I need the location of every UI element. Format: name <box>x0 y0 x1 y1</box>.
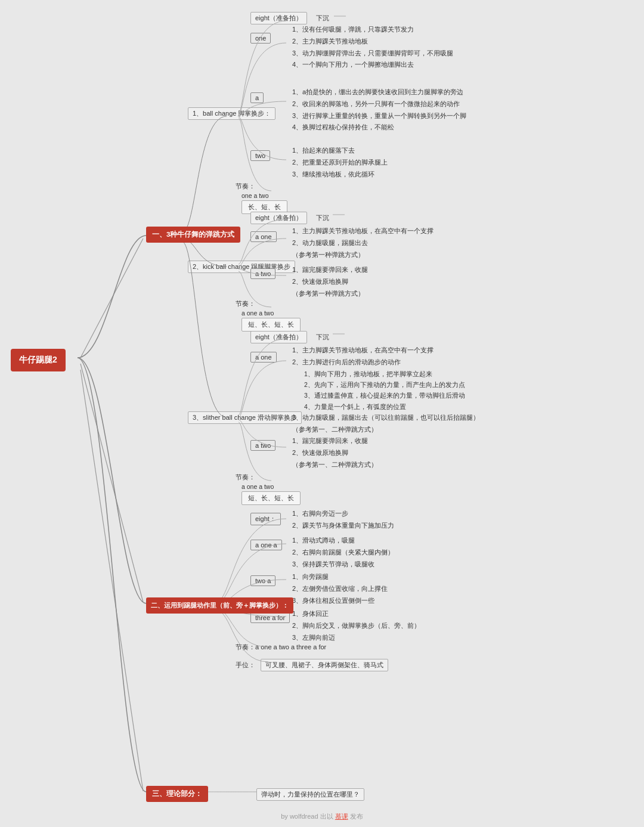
sub2-eight-box: eight（准备拍） <box>250 212 307 224</box>
sub3-rhythm-sub: a one a two <box>242 483 301 490</box>
sub3-sub-bullets: 1、脚向下用力，推动地板，把半脚掌立起来 2、先向下，运用向下推动的力量，而产生… <box>304 368 479 413</box>
b2-three-a-for-label: three a for <box>250 612 290 623</box>
b2-three-a-for-label-area: three a for <box>250 612 290 623</box>
sub1-one-item-4: 4、一个脚向下用力，一个脚擦地绷脚出去 <box>292 59 453 71</box>
sub3-a-two-item-2: 2、快速做原地换脚 <box>292 447 377 459</box>
sub1-two-label-area: two <box>250 150 270 161</box>
b2-three-a-for-item-2: 2、脚向后交叉，做脚掌换步（后、旁、前） <box>292 620 420 632</box>
sub3-a-two-label-area: a two <box>250 440 275 451</box>
sub2-a-two-items: 1、踹完腿要弹回来，收腿 2、快速做原地换脚 （参考第一种弹跳方式） <box>292 264 368 299</box>
sub3-eight-area: eight（准备拍） 下沉 <box>250 331 329 343</box>
sub1-two-item-2: 2、把重量还原到开始的脚承腿上 <box>292 157 388 169</box>
sub3-a-two-items: 1、踹完腿要弹回来，收腿 2、快速做原地换脚 （参考第一、二种弹跳方式） <box>292 435 377 470</box>
sub2-rhythm-label: 节奏： <box>236 300 255 307</box>
sub2-eight-area: eight（准备拍） 下沉 <box>250 212 329 224</box>
sub3-rhythm-detail: a one a two 短、长、短、长 <box>242 483 301 505</box>
root-node: 牛仔踢腿2 <box>11 349 66 371</box>
branch3-content: 弹动时，力量保持的位置在哪里？ <box>256 788 364 801</box>
footer-suffix: 发布 <box>348 813 363 820</box>
sub3-a-one-item1: 1、主力脚踝关节推动地板，在高空中有一个支撑 <box>292 345 479 357</box>
sub1-a-item-3: 3、进行脚掌上重量的转换，重量从一个脚转换到另外一个脚 <box>292 110 466 122</box>
sub1-one-label: one <box>250 33 271 44</box>
sub3-sub-b1: 1、脚向下用力，推动地板，把半脚掌立起来 <box>304 368 479 379</box>
b2-a-one-a-item-3: 3、保持踝关节弹动，吸腿收 <box>292 559 394 571</box>
sub3-box: 3、slither ball change 滑动脚掌换步 <box>188 411 302 424</box>
b2-eight-label: eight： <box>250 513 281 525</box>
sub3-a-one-item4: （参考第一、二种弹跳方式） <box>292 424 479 436</box>
sub2-a-two-label: a two <box>250 268 275 279</box>
sub2-rhythm-area: 节奏： a one a two 短、长、短、长 <box>236 299 301 332</box>
sub3-rhythm-val: 短、长、短、长 <box>242 491 301 505</box>
sub2-box: 2、kick ball change 踢腿脚掌换步 <box>188 261 295 273</box>
b2-eight-item-1: 1、右脚向旁迈一步 <box>292 508 394 520</box>
sub3-sub-b2: 2、先向下，运用向下推动的力量，而产生向上的发力点 <box>304 379 479 390</box>
footer-link[interactable]: 慕课 <box>335 813 348 820</box>
sub2-eight-sub: 下沉 <box>316 214 329 221</box>
b2-hands-area: 手位： 可叉腰、甩裙子、身体两侧架住、骑马式 <box>236 659 388 671</box>
sub2-a-one-item-1: 1、主力脚踝关节推动地板，在高空中有一个支撑 <box>292 225 434 237</box>
b2-a-one-a-label: a one a <box>250 540 282 550</box>
b2-eight-area: eight： <box>250 513 281 525</box>
sub1-two-item-3: 3、继续推动地板，依此循环 <box>292 169 388 181</box>
sub3-a-one-item3: 3、动力腿吸腿，踹腿出去（可以往前踹腿，也可以往后抬踹腿） <box>292 412 479 424</box>
sub1-eight-box: eight（准备拍） <box>250 12 307 24</box>
sub1-rhythm-detail: one a two 长、短、长 <box>242 192 287 214</box>
b2-eight-items: 1、右脚向旁迈一步 2、踝关节与身体重量向下施加压力 <box>292 508 394 532</box>
b2-two-a-label: two a <box>250 575 275 586</box>
b2-two-a-item-1: 1、向旁踢腿 <box>292 571 388 583</box>
sub1-a-label-area: a <box>250 92 264 103</box>
sub3-a-one-label: a one <box>250 352 277 363</box>
section-label-3: 三、理论部分： <box>146 786 208 802</box>
sub2-a-one-label-area: a one <box>250 231 277 242</box>
sub3-a-two-item-3: （参考第一、二种弹跳方式） <box>292 459 377 471</box>
b2-hands-val: 可叉腰、甩裙子、身体两侧架住、骑马式 <box>261 659 388 671</box>
b2-a-one-a-label-area: a one a <box>250 540 282 550</box>
sub1-a-label: a <box>250 92 264 103</box>
sub2-a-one-item-3: （参考第一种弹跳方式） <box>292 249 434 261</box>
sub1-two-label: two <box>250 150 270 161</box>
sub3-rhythm-label: 节奏： <box>236 473 255 481</box>
footer-text: by wolfdread 出以 慕课 发布 <box>0 812 644 821</box>
page-container: 牛仔踢腿2 一、3种牛仔舞的弹跳方式 1、ball change 脚掌换步： e… <box>0 0 644 827</box>
sub1-one-items: 1、没有任何吸腿，弹跳，只靠踝关节发力 2、主力脚踝关节推动地板 3、动力脚绷脚… <box>292 24 453 71</box>
sub3-a-one-item2: 2、主力脚进行向后的滑动跑步的动作 <box>292 357 479 368</box>
sub1-a-items: 1、a拍是快的，绷出去的脚要快速收回到主力腿脚掌的旁边 2、收回来的脚落地，另外… <box>292 86 466 134</box>
sub1-one-item-1: 1、没有任何吸腿，弹跳，只靠踝关节发力 <box>292 24 453 36</box>
sub1-rhythm-sub: one a two <box>242 192 287 199</box>
b2-two-a-item-3: 3、身体往相反位置侧倒一些 <box>292 595 388 607</box>
sub3-sub-b4: 4、力量是一个斜上，有弧度的位置 <box>304 401 479 412</box>
sub1-two-item-1: 1、抬起来的腿落下去 <box>292 145 388 157</box>
sub1-a-item-4: 4、换脚过程核心保持拎住，不能松 <box>292 122 466 134</box>
footer-prefix: by wolfdread 出以 <box>281 813 335 820</box>
svg-line-2 <box>80 370 143 791</box>
sub2-a-one-label: a one <box>250 231 277 242</box>
sub1-label: 1、ball change 脚掌换步： <box>188 107 275 120</box>
sub1-one-item-2: 2、主力脚踝关节推动地板 <box>292 36 453 48</box>
sub3-sub-b3: 3、通过膝盖伸直，核心提起来的力量，带动脚往后滑动 <box>304 390 479 401</box>
b2-three-a-for-item-1: 1、身体回正 <box>292 608 420 620</box>
sub1-rhythm-area: 节奏： one a two 长、短、长 <box>236 182 287 214</box>
sub1-eight-sub: 下沉 <box>316 14 329 21</box>
sub1-box: 1、ball change 脚掌换步： <box>188 107 275 120</box>
sub1-eight-area: eight（准备拍） 下沉 <box>250 12 329 24</box>
sub3-a-two-label: a two <box>250 440 275 451</box>
sub2-rhythm-sub: a one a two <box>242 309 301 317</box>
b2-two-a-items: 1、向旁踢腿 2、左侧旁借位置收缩，向上撑住 3、身体往相反位置侧倒一些 <box>292 571 388 606</box>
sub2-a-two-item-1: 1、踹完腿要弹回来，收腿 <box>292 264 368 276</box>
sub2-a-two-item-3: （参考第一种弹跳方式） <box>292 288 368 300</box>
b2-a-one-a-item-1: 1、滑动式蹲动，吸腿 <box>292 535 394 547</box>
sub1-one-item-3: 3、动力脚绷脚背弹出去，只需要绷脚背即可，不用吸腿 <box>292 48 453 60</box>
b2-three-a-for-item-3: 3、左脚向前迈 <box>292 632 420 644</box>
sub1-a-item-2: 2、收回来的脚落地，另外一只脚有一个微微抬起来的动作 <box>292 98 466 110</box>
sub3-a-one-label-area: a one <box>250 352 277 363</box>
sub2-a-one-item-2: 2、动力腿吸腿，踢腿出去 <box>292 237 434 249</box>
sub3-rhythm-area: 节奏： a one a two 短、长、短、长 <box>236 473 301 505</box>
sub3-eight-box: eight（准备拍） <box>250 331 307 343</box>
b2-rhythm-label: 节奏：a one a two a three a for <box>236 643 326 651</box>
b2-three-a-for-items: 1、身体回正 2、脚向后交叉，做脚掌换步（后、旁、前） 3、左脚向前迈 <box>292 608 420 643</box>
sub3-label-area: 3、slither ball change 滑动脚掌换步 <box>188 411 302 424</box>
section-label-1: 一、3种牛仔舞的弹跳方式 <box>146 227 240 243</box>
svg-line-1 <box>80 364 143 602</box>
b2-a-one-a-items: 1、滑动式蹲动，吸腿 2、右脚向前踢腿（夹紧大腿内侧） 3、保持踝关节弹动，吸腿… <box>292 535 394 570</box>
sub2-rhythm-detail: a one a two 短、长、短、长 <box>242 309 301 332</box>
